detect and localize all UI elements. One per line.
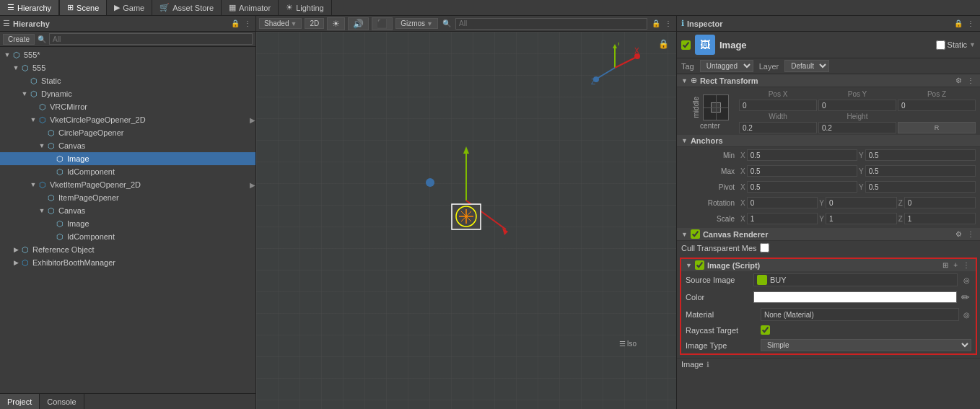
anchors-pivot-y-input[interactable]	[865, 181, 976, 193]
gizmos-btn[interactable]: Gizmos ▼	[395, 18, 438, 29]
scale-z-label: Z	[898, 215, 903, 223]
image-script-icon1[interactable]: ⊞	[941, 260, 950, 270]
anchors-section-header[interactable]: ▼ Anchors	[677, 135, 980, 147]
hierarchy-menu-btn[interactable]: ⋮	[242, 19, 253, 28]
canvas-renderer-menu[interactable]: ⋮	[966, 229, 976, 239]
transform-object[interactable]	[394, 128, 538, 274]
audio-btn[interactable]: 🔊	[348, 17, 369, 30]
scale-z-input[interactable]	[904, 213, 976, 224]
tree-item-555[interactable]: ▼ ⬡ 555	[0, 61, 255, 74]
tree-item-exhibitor[interactable]: ▶ ⬡ ExhibitorBoothManager	[0, 256, 255, 269]
image-script-icons: ⊞ + ⋮	[941, 260, 971, 270]
rect-center-row: middle center Pos X Pos Y Po	[677, 87, 980, 133]
layer-select[interactable]: Default	[784, 60, 829, 72]
color-swatch[interactable]	[753, 291, 957, 303]
inspector-menu-btn[interactable]: ⋮	[966, 19, 976, 28]
tab-asset-store[interactable]: 🛒 Asset Store	[152, 0, 222, 15]
arrow-canvas1: ▼	[38, 142, 46, 149]
tag-select[interactable]: Untagged	[700, 60, 753, 72]
anchors-max-x-label: X	[740, 167, 745, 175]
tree-item-circlepage[interactable]: ⬡ CirclePageOpener	[0, 126, 255, 139]
scene-search-input[interactable]	[455, 18, 647, 30]
scene-lock-btn[interactable]: 🔒	[650, 19, 662, 28]
tree-item-static[interactable]: ⬡ Static	[0, 74, 255, 87]
tree-item-canvas1[interactable]: ▼ ⬡ Canvas	[0, 139, 255, 152]
2d-btn[interactable]: 2D	[305, 18, 324, 29]
inspector-lock-btn[interactable]: 🔒	[953, 19, 964, 28]
anchors-max-y-input[interactable]	[865, 165, 976, 177]
image-script-menu[interactable]: ⋮	[961, 260, 971, 270]
tree-item-canvas2[interactable]: ▼ ⬡ Canvas	[0, 204, 255, 217]
anchors-max-x-input[interactable]	[747, 165, 857, 177]
source-image-value-field[interactable]: BUY	[753, 273, 958, 286]
height-input[interactable]	[818, 122, 896, 133]
hierarchy-create-btn[interactable]: Create	[3, 34, 35, 45]
anchor-widget-area: middle center	[681, 90, 739, 133]
tab-console[interactable]: Console	[40, 394, 84, 409]
scene-view[interactable]: 🔒 Y X Z	[256, 32, 676, 409]
hierarchy-search-input[interactable]	[49, 33, 253, 45]
hierarchy-lock-btn[interactable]: 🔒	[229, 19, 241, 28]
pos-x-input[interactable]	[739, 100, 817, 111]
tree-item-root[interactable]: ▼ ⬡ 555*	[0, 48, 255, 61]
static-dropdown[interactable]: ▼	[969, 41, 976, 48]
component-enabled-checkbox[interactable]	[681, 40, 691, 50]
tab-hierarchy[interactable]: ☰ Hierarchy	[0, 0, 59, 15]
image-script-header[interactable]: ▼ Image (Script) ⊞ + ⋮	[681, 259, 976, 271]
tree-item-idcomp1[interactable]: ⬡ IdComponent	[0, 165, 255, 178]
canvas-renderer-enabled[interactable]	[691, 229, 700, 239]
tree-item-vket1[interactable]: ▼ ⬡ VketCirclePageOpener_2D ▶	[0, 113, 255, 126]
canvas-renderer-section-header[interactable]: ▼ Canvas Renderer ⚙ ⋮	[677, 228, 980, 241]
color-picker-btn[interactable]: ✏	[960, 291, 971, 304]
rect-transform-menu[interactable]: ⋮	[966, 76, 976, 85]
canvas-renderer-settings[interactable]: ⚙	[954, 229, 963, 239]
rot-z-input[interactable]	[904, 197, 976, 208]
tree-item-image2[interactable]: ⬡ Image	[0, 217, 255, 230]
tree-item-refobj[interactable]: ▶ ⬡ Reference Object	[0, 243, 255, 256]
constraint-btn[interactable]: R	[898, 122, 976, 133]
anchors-pivot-x-input[interactable]	[747, 181, 857, 193]
anchors-min-x-input[interactable]	[747, 149, 857, 161]
rect-transform-section-header[interactable]: ▼ ⊕ Rect Transform ⚙ ⋮	[677, 74, 980, 87]
scale-x-input[interactable]	[747, 213, 818, 224]
cull-checkbox[interactable]	[760, 243, 769, 252]
material-value[interactable]: None (Material)	[761, 308, 959, 321]
tab-game[interactable]: ▶ Game	[107, 0, 152, 15]
tab-scene[interactable]: ⊞ Scene	[59, 0, 107, 15]
pos-y-input[interactable]	[818, 100, 896, 111]
tab-animator[interactable]: ▦ Animator	[222, 0, 279, 15]
rect-transform-settings[interactable]: ⚙	[954, 76, 963, 85]
tree-item-idcomp2[interactable]: ⬡ IdComponent	[0, 230, 255, 243]
center-label: center	[700, 122, 720, 130]
tab-project[interactable]: Project	[0, 394, 40, 409]
vket2-expand-icon: ▶	[250, 181, 255, 189]
material-picker-btn[interactable]: ◎	[962, 310, 971, 320]
raycast-checkbox[interactable]	[761, 325, 770, 335]
image-script-enabled[interactable]	[695, 260, 704, 270]
tree-item-vrcmirror[interactable]: ⬡ VRCMirror	[0, 100, 255, 113]
image-script-add[interactable]: +	[952, 260, 959, 270]
fx-btn[interactable]: ⬛	[372, 17, 393, 30]
image2-label: Image	[67, 219, 89, 228]
anchors-min-y-input[interactable]	[865, 149, 976, 161]
image-type-select[interactable]: Simple	[761, 339, 971, 351]
pos-z-input[interactable]	[898, 100, 976, 111]
shade-mode-btn[interactable]: Shaded ▼	[259, 18, 302, 29]
anchor-widget[interactable]	[703, 94, 729, 120]
width-input[interactable]	[739, 122, 817, 133]
tab-lighting[interactable]: ☀ Lighting	[279, 0, 332, 15]
lighting-btn[interactable]: ☀	[327, 17, 345, 30]
static-checkbox[interactable]	[936, 40, 945, 50]
rot-x-input[interactable]	[747, 197, 818, 208]
source-image-picker-btn[interactable]: ◎	[962, 276, 971, 285]
rot-y-input[interactable]	[826, 197, 897, 208]
tree-item-vket2[interactable]: ▼ ⬡ VketItemPageOpener_2D ▶	[0, 178, 255, 191]
tree-item-dynamic[interactable]: ▼ ⬡ Dynamic	[0, 87, 255, 100]
tree-item-itempage[interactable]: ⬡ ItemPageOpener	[0, 191, 255, 204]
scale-y-input[interactable]	[826, 213, 897, 224]
scale-z: Z	[898, 213, 976, 224]
rect-label-area: middle	[692, 94, 729, 120]
scene-menu-btn[interactable]: ⋮	[663, 19, 673, 28]
hierarchy-panel-icons: 🔒 ⋮	[229, 19, 253, 28]
tree-item-image1[interactable]: ⬡ Image	[0, 152, 255, 165]
